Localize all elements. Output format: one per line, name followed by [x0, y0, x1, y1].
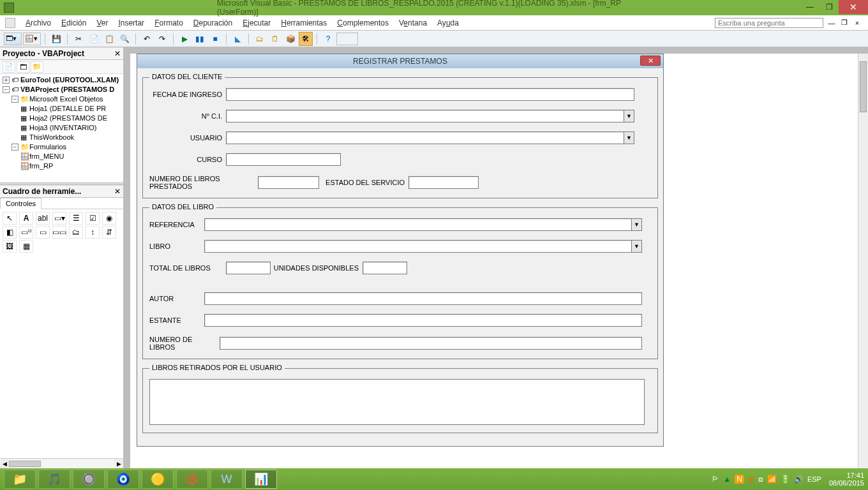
taskbar-excel-icon[interactable]: 📊	[245, 470, 277, 489]
view-excel-button[interactable]: 🗔▾	[4, 33, 22, 45]
tray-volume-icon[interactable]: 🔊	[794, 475, 804, 484]
menu-herramientas[interactable]: Herramientas	[276, 17, 332, 29]
taskbar-app-icon[interactable]: 🔘	[73, 470, 105, 489]
textbox-estante[interactable]	[204, 314, 642, 327]
left-horizontal-scrollbar[interactable]: ◀▶	[0, 458, 123, 468]
insert-userform-button[interactable]: 🪟▾	[23, 33, 41, 45]
textbox-numlibros2[interactable]	[220, 337, 642, 350]
menu-ventana[interactable]: Ventana	[394, 17, 432, 29]
taskbar-explorer-icon[interactable]: 📁	[4, 470, 36, 489]
optionbutton-tool[interactable]: ◉	[102, 212, 116, 225]
design-vertical-scrollbar[interactable]	[858, 54, 868, 468]
expand-icon[interactable]: +	[3, 77, 10, 84]
tree-frm-rp[interactable]: frm_RP	[29, 162, 53, 170]
frame-datos-libro[interactable]: DATOS DEL LIBRO REFERENCIA ▼ LIBRO ▼ TOT…	[142, 207, 658, 359]
listbox-retirados[interactable]	[149, 379, 645, 425]
multipage-tool[interactable]: 🗂	[69, 226, 83, 239]
redo-button[interactable]: ↷	[155, 32, 169, 46]
tabstrip-tool[interactable]: ▭▭	[52, 226, 66, 239]
undo-button[interactable]: ↶	[140, 32, 154, 46]
menu-ejecutar[interactable]: Ejecutar	[237, 17, 276, 29]
spinbutton-tool[interactable]: ⇵	[102, 226, 116, 239]
tray-flag-icon[interactable]: 🏳	[712, 475, 719, 484]
tray-antivirus-icon[interactable]: ▲	[723, 475, 731, 484]
tree-hoja3[interactable]: Hoja3 (INVENTARIO)	[29, 124, 97, 131]
taskbar-media-icon[interactable]: 🎵	[38, 470, 70, 489]
restore-button[interactable]: ❐	[819, 0, 839, 14]
mdi-restore[interactable]: ❐	[840, 19, 849, 27]
textbox-total[interactable]	[226, 262, 271, 274]
properties-window-button[interactable]: 🗒	[268, 32, 282, 46]
tray-shield-icon[interactable]: ◉	[748, 475, 754, 484]
collapse-icon[interactable]: −	[11, 96, 19, 103]
tree-excel-objetos[interactable]: Microsoft Excel Objetos	[29, 95, 103, 103]
textbox-tool[interactable]: abl	[36, 212, 50, 225]
taskbar-word-icon[interactable]: W	[211, 470, 243, 489]
tray-lang[interactable]: ESP	[807, 475, 821, 483]
tray-n-icon[interactable]: N	[735, 475, 744, 484]
collapse-icon[interactable]: −	[3, 86, 10, 93]
combobox-nci[interactable]: ▼	[226, 110, 634, 122]
save-button[interactable]: 💾	[49, 32, 63, 46]
mdi-minimize[interactable]: —	[827, 19, 836, 27]
textbox-unidades[interactable]	[363, 262, 407, 274]
toggle-folders-button[interactable]: 📁	[31, 61, 43, 73]
tray-clock[interactable]: 17:41 08/06/2015	[829, 471, 864, 487]
taskbar-app2-icon[interactable]: 🧿	[107, 470, 139, 489]
reset-button[interactable]: ■	[208, 32, 222, 46]
menu-depuracion[interactable]: Depuración	[188, 17, 237, 29]
combobox-tool[interactable]: ▭▾	[52, 212, 66, 225]
paste-button[interactable]: 📋	[102, 32, 116, 46]
toolbox-tab-controles[interactable]: Controles	[0, 198, 41, 209]
menu-complementos[interactable]: Complementos	[332, 17, 394, 29]
textbox-curso[interactable]	[226, 153, 341, 166]
minimize-button[interactable]: —	[800, 0, 819, 14]
collapse-icon[interactable]: −	[11, 144, 19, 151]
tree-hoja1[interactable]: Hoja1 (DETALLE DE PR	[29, 105, 106, 112]
togglebutton-tool[interactable]: ◧	[3, 226, 17, 239]
close-button[interactable]: ✕	[839, 0, 868, 14]
object-browser-button[interactable]: 📦	[283, 32, 297, 46]
combobox-usuario[interactable]: ▼	[226, 131, 634, 144]
tree-thisworkbook[interactable]: ThisWorkbook	[29, 133, 74, 141]
ask-question-box[interactable]	[715, 18, 823, 28]
menu-archivo[interactable]: Archivo	[20, 17, 56, 29]
frame-tool[interactable]: ▭ᵁ	[19, 226, 33, 239]
run-button[interactable]: ▶	[177, 32, 191, 46]
design-surface[interactable]: REGISTRAR PRESTAMOS ✕ DATOS DEL CLIENTE …	[124, 47, 868, 468]
toolbox-button[interactable]: 🛠	[299, 32, 313, 46]
refedit-tool[interactable]: ▦	[19, 240, 33, 253]
tree-vbaproject[interactable]: VBAProject (PRESTAMOS D	[20, 85, 114, 93]
commandbutton-tool[interactable]: ▭	[36, 226, 50, 239]
menu-ver[interactable]: Ver	[91, 17, 113, 29]
tray-dropbox-icon[interactable]: ⧈	[758, 475, 763, 484]
excel-icon[interactable]	[5, 18, 15, 28]
menu-insertar[interactable]: Insertar	[113, 17, 149, 29]
pointer-tool[interactable]: ↖	[3, 212, 17, 225]
listbox-tool[interactable]: ☰	[69, 212, 83, 225]
view-object-button[interactable]: 🗔	[17, 61, 29, 73]
menu-formato[interactable]: Formato	[149, 17, 188, 29]
tree-hoja2[interactable]: Hoja2 (PRESTAMOS DE	[29, 114, 107, 122]
frame-datos-cliente[interactable]: DATOS DEL CLIENTE FECHA DE INGRESO Nº C.…	[142, 77, 658, 198]
frame-libros-retirados[interactable]: LIBROS RETIRADOS POR EL USUARIO	[142, 368, 658, 433]
taskbar-chrome-icon[interactable]: 🟡	[142, 470, 174, 489]
userform[interactable]: REGISTRAR PRESTAMOS ✕ DATOS DEL CLIENTE …	[137, 54, 664, 447]
cut-button[interactable]: ✂	[71, 32, 86, 46]
mdi-close[interactable]: ×	[853, 19, 862, 27]
tray-network-icon[interactable]: 📶	[767, 475, 777, 484]
help-button[interactable]: ?	[321, 32, 335, 46]
project-tree[interactable]: +🏷EuroTool (EUROTOOL.XLAM) −🏷VBAProject …	[0, 74, 123, 182]
design-mode-button[interactable]: ◣	[230, 32, 244, 46]
userform-close-icon[interactable]: ✕	[640, 56, 661, 66]
find-button[interactable]: 🔍	[117, 32, 131, 46]
userform-titlebar[interactable]: REGISTRAR PRESTAMOS ✕	[137, 54, 663, 68]
label-tool[interactable]: A	[19, 212, 33, 225]
project-pane-close[interactable]: ✕	[114, 49, 121, 58]
tray-battery-icon[interactable]: 🔋	[781, 475, 790, 484]
scrollbar-tool[interactable]: ↕	[86, 226, 100, 239]
checkbox-tool[interactable]: ☑	[86, 212, 100, 225]
toolbox-pane-close[interactable]: ✕	[114, 187, 121, 196]
textbox-estado[interactable]	[408, 176, 479, 189]
tree-eurotool[interactable]: EuroTool (EUROTOOL.XLAM)	[20, 76, 119, 84]
